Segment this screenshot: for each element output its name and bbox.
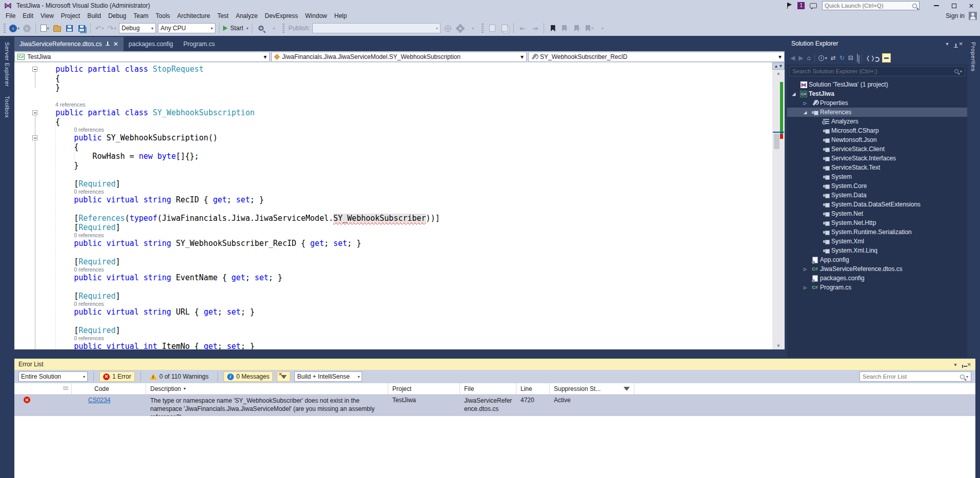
restore-button[interactable] (945, 0, 963, 11)
pin-tab-icon[interactable] (106, 41, 110, 47)
menu-analyze[interactable]: Analyze (232, 12, 262, 20)
tree-item-system-runtime-serialization[interactable]: System.Runtime.Serialization (787, 227, 967, 237)
error-list-search-input[interactable] (863, 373, 960, 380)
project-column-header[interactable]: Project (388, 383, 460, 394)
switch-views-icon[interactable]: ⇄ (831, 54, 836, 61)
description-column-header[interactable]: Description▾ (146, 383, 388, 394)
document-tab[interactable]: Program.cs (178, 37, 220, 51)
close-button[interactable]: ✕ (963, 0, 980, 11)
filter-funnel-icon[interactable] (624, 387, 630, 390)
tree-item-system-data-datasetextensions[interactable]: System.Data.DataSetExtensions (787, 200, 967, 209)
undo-button[interactable]: ↶▾ (94, 23, 105, 34)
open-file-button[interactable] (52, 23, 62, 34)
clear-filters-button[interactable]: ✕ (277, 371, 290, 382)
menu-test[interactable]: Test (214, 12, 232, 20)
type-dropdown[interactable]: JiwaFinancials.Jiwa.JiwaServiceModel.SY_… (271, 52, 527, 62)
collapse-all-icon[interactable]: ⊟ (848, 54, 853, 61)
close-tab-icon[interactable]: ✕ (113, 40, 118, 48)
solution-configuration-dropdown[interactable]: Debug▾ (119, 23, 156, 33)
tree-item-analyzers[interactable]: Analyzers (787, 117, 967, 126)
publish-settings-icon[interactable] (455, 23, 465, 34)
properties-tab[interactable]: Properties (970, 42, 976, 71)
code-column-header[interactable]: Code (72, 383, 146, 394)
menu-window[interactable]: Window (302, 12, 331, 20)
toolbar-grip[interactable] (4, 24, 6, 33)
messages-filter-button[interactable]: i0 Messages (224, 371, 273, 382)
server-explorer-tab[interactable]: Server Explorer (4, 42, 10, 87)
editor-vertical-scrollbar[interactable]: ▲▼ ▲ ▼ (772, 63, 785, 349)
document-tab[interactable]: JiwaServiceReference.dtos.cs✕ (14, 37, 124, 51)
codelens-references-link[interactable]: 0 references (14, 335, 772, 342)
pending-changes-filter-icon[interactable]: ▾ (818, 55, 827, 61)
tree-item-microsoft-csharp[interactable]: Microsoft.CSharp (787, 126, 967, 135)
scroll-up-arrow[interactable]: ▲ (772, 71, 785, 76)
tree-item-packages-config[interactable]: packages.config (787, 274, 967, 283)
clear-bookmarks-button[interactable]: ✕ (585, 23, 595, 34)
solution-platform-dropdown[interactable]: Any CPU▾ (158, 23, 215, 33)
codelens-references-link[interactable]: 0 references (14, 266, 772, 273)
quick-launch-input[interactable] (825, 3, 912, 9)
toolbar-grip[interactable] (482, 24, 484, 33)
decrease-indent-icon[interactable]: ⇤ (517, 23, 528, 34)
codelens-references-link[interactable]: 4 references (14, 101, 772, 108)
user-avatar-icon[interactable] (969, 12, 977, 20)
fold-toggle[interactable] (32, 110, 37, 115)
tree-item-testjiwa[interactable]: ◢C#TestJiwa (787, 89, 967, 98)
preview-selected-items-toggle[interactable] (882, 53, 891, 63)
copy-document-icon[interactable] (499, 23, 510, 34)
menu-project[interactable]: Project (57, 12, 84, 20)
line-column-header[interactable]: Line (516, 383, 550, 394)
error-list-search-box[interactable]: ▾ (859, 371, 971, 382)
refresh-icon[interactable]: ↻ (839, 54, 845, 61)
errors-filter-button[interactable]: ✕1 Error (99, 371, 135, 382)
tree-item-servicestack-interfaces[interactable]: ServiceStack.Interfaces (787, 154, 967, 163)
quick-launch-box[interactable] (822, 1, 919, 10)
tree-item-system-net[interactable]: System.Net (787, 209, 967, 218)
tree-item-solution-testjiwa-1-project-[interactable]: ⋈Solution 'TestJiwa' (1 project) (787, 80, 967, 89)
minimize-button[interactable] (928, 0, 945, 11)
tree-item-system-core[interactable]: System.Core (787, 181, 967, 191)
fold-toggle[interactable] (32, 135, 37, 140)
toggle-bookmark-button[interactable] (548, 23, 558, 34)
expander-collapsed-icon[interactable]: ▷ (801, 267, 810, 272)
codelens-references-link[interactable]: 0 references (14, 301, 772, 307)
menu-tools[interactable]: Tools (152, 12, 174, 20)
codelens-references-link[interactable]: 0 references (14, 127, 772, 133)
save-button[interactable] (64, 23, 74, 34)
notifications-flag-icon[interactable] (787, 3, 792, 9)
code-editor[interactable]: public partial class StopRequest { }4 re… (14, 63, 772, 349)
file-column-header[interactable]: File (460, 383, 516, 394)
tree-item-properties[interactable]: ▷Properties (787, 98, 967, 108)
tree-item-references[interactable]: ◢References (787, 108, 967, 117)
publish-profile-dropdown[interactable]: ▾ (312, 23, 441, 33)
menu-help[interactable]: Help (331, 12, 351, 20)
toolbar-grip[interactable] (283, 24, 285, 33)
document-tab[interactable]: packages.config (124, 37, 178, 51)
menu-file[interactable]: File (2, 12, 19, 20)
navigate-backward-button[interactable]: ‹▾ (9, 23, 19, 34)
increase-indent-icon[interactable]: ⇥ (530, 23, 540, 34)
back-icon[interactable]: ◀ (790, 54, 795, 61)
document-outline-icon[interactable] (487, 23, 497, 34)
close-icon[interactable]: ✕ (959, 41, 963, 47)
tree-item-system-net-http[interactable]: System.Net.Http (787, 218, 967, 227)
toolbar-overflow-button[interactable]: ▾ (597, 23, 608, 34)
tree-item-system-data[interactable]: System.Data (787, 191, 967, 200)
menu-team[interactable]: Team (130, 12, 152, 20)
tree-item-servicestack-client[interactable]: ServiceStack.Client (787, 144, 967, 154)
codelens-references-link[interactable]: 0 references (14, 189, 772, 195)
warnings-filter-button[interactable]: 0 of 110 Warnings (147, 371, 212, 382)
tree-item-program-cs[interactable]: ▷C#Program.cs (787, 283, 967, 292)
view-code-icon[interactable]: ❬❭ (866, 55, 875, 61)
toolbar-overflow-button[interactable]: ▾ (269, 23, 279, 34)
codelens-references-link[interactable]: 0 references (14, 232, 772, 239)
new-project-button[interactable]: ▾ (39, 23, 50, 34)
search-options-dropdown-icon[interactable]: ▾ (960, 69, 962, 74)
redo-button[interactable]: ↷▾ (107, 23, 117, 34)
search-options-dropdown-icon[interactable]: ▾ (966, 375, 968, 379)
error-code-link[interactable]: CS0234 (88, 397, 110, 404)
save-all-button[interactable] (76, 23, 87, 34)
expander-collapsed-icon[interactable]: ▷ (801, 101, 810, 106)
properties-pages-icon[interactable] (857, 54, 858, 61)
toolbox-tab[interactable]: Toolbox (4, 96, 10, 118)
